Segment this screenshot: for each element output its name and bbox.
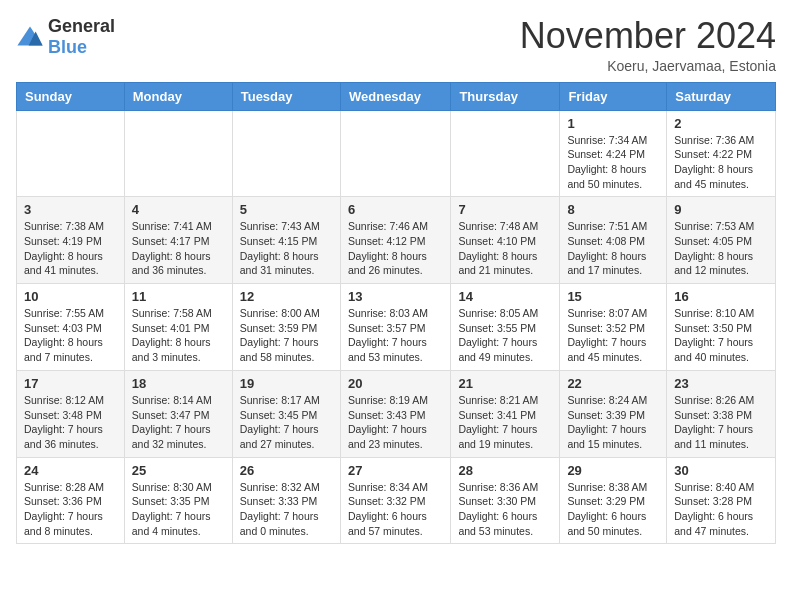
calendar-cell [340,110,450,197]
day-number: 19 [240,376,333,391]
weekday-header-monday: Monday [124,82,232,110]
day-info: Sunrise: 8:07 AMSunset: 3:52 PMDaylight:… [567,306,659,365]
day-info: Sunrise: 8:28 AMSunset: 3:36 PMDaylight:… [24,480,117,539]
day-info: Sunrise: 7:46 AMSunset: 4:12 PMDaylight:… [348,219,443,278]
day-info: Sunrise: 7:43 AMSunset: 4:15 PMDaylight:… [240,219,333,278]
logo: General Blue [16,16,115,58]
calendar-cell: 3Sunrise: 7:38 AMSunset: 4:19 PMDaylight… [17,197,125,284]
day-info: Sunrise: 8:12 AMSunset: 3:48 PMDaylight:… [24,393,117,452]
day-number: 2 [674,116,768,131]
day-info: Sunrise: 7:48 AMSunset: 4:10 PMDaylight:… [458,219,552,278]
calendar-cell: 14Sunrise: 8:05 AMSunset: 3:55 PMDayligh… [451,284,560,371]
calendar-table: SundayMondayTuesdayWednesdayThursdayFrid… [16,82,776,545]
day-number: 18 [132,376,225,391]
calendar-cell [232,110,340,197]
logo-general: General [48,16,115,36]
day-number: 13 [348,289,443,304]
day-number: 16 [674,289,768,304]
day-info: Sunrise: 8:14 AMSunset: 3:47 PMDaylight:… [132,393,225,452]
calendar-cell: 16Sunrise: 8:10 AMSunset: 3:50 PMDayligh… [667,284,776,371]
calendar-cell: 24Sunrise: 8:28 AMSunset: 3:36 PMDayligh… [17,457,125,544]
week-row-2: 3Sunrise: 7:38 AMSunset: 4:19 PMDaylight… [17,197,776,284]
day-info: Sunrise: 8:36 AMSunset: 3:30 PMDaylight:… [458,480,552,539]
day-info: Sunrise: 7:53 AMSunset: 4:05 PMDaylight:… [674,219,768,278]
location-subtitle: Koeru, Jaervamaa, Estonia [520,58,776,74]
day-info: Sunrise: 8:17 AMSunset: 3:45 PMDaylight:… [240,393,333,452]
calendar-cell: 26Sunrise: 8:32 AMSunset: 3:33 PMDayligh… [232,457,340,544]
day-info: Sunrise: 8:30 AMSunset: 3:35 PMDaylight:… [132,480,225,539]
day-number: 4 [132,202,225,217]
calendar-cell: 23Sunrise: 8:26 AMSunset: 3:38 PMDayligh… [667,370,776,457]
day-number: 6 [348,202,443,217]
week-row-5: 24Sunrise: 8:28 AMSunset: 3:36 PMDayligh… [17,457,776,544]
calendar-cell: 4Sunrise: 7:41 AMSunset: 4:17 PMDaylight… [124,197,232,284]
day-number: 7 [458,202,552,217]
day-number: 14 [458,289,552,304]
day-number: 11 [132,289,225,304]
calendar-cell: 12Sunrise: 8:00 AMSunset: 3:59 PMDayligh… [232,284,340,371]
day-info: Sunrise: 7:38 AMSunset: 4:19 PMDaylight:… [24,219,117,278]
week-row-3: 10Sunrise: 7:55 AMSunset: 4:03 PMDayligh… [17,284,776,371]
calendar-cell: 9Sunrise: 7:53 AMSunset: 4:05 PMDaylight… [667,197,776,284]
day-info: Sunrise: 7:36 AMSunset: 4:22 PMDaylight:… [674,133,768,192]
day-number: 10 [24,289,117,304]
day-info: Sunrise: 7:34 AMSunset: 4:24 PMDaylight:… [567,133,659,192]
calendar-cell: 1Sunrise: 7:34 AMSunset: 4:24 PMDaylight… [560,110,667,197]
week-row-4: 17Sunrise: 8:12 AMSunset: 3:48 PMDayligh… [17,370,776,457]
week-row-1: 1Sunrise: 7:34 AMSunset: 4:24 PMDaylight… [17,110,776,197]
day-number: 8 [567,202,659,217]
day-number: 22 [567,376,659,391]
day-number: 27 [348,463,443,478]
logo-blue: Blue [48,37,87,57]
day-number: 23 [674,376,768,391]
day-info: Sunrise: 8:32 AMSunset: 3:33 PMDaylight:… [240,480,333,539]
calendar-cell: 20Sunrise: 8:19 AMSunset: 3:43 PMDayligh… [340,370,450,457]
calendar-cell: 17Sunrise: 8:12 AMSunset: 3:48 PMDayligh… [17,370,125,457]
day-number: 3 [24,202,117,217]
day-number: 17 [24,376,117,391]
calendar-cell [17,110,125,197]
calendar-cell: 2Sunrise: 7:36 AMSunset: 4:22 PMDaylight… [667,110,776,197]
day-number: 28 [458,463,552,478]
day-info: Sunrise: 8:03 AMSunset: 3:57 PMDaylight:… [348,306,443,365]
day-number: 5 [240,202,333,217]
weekday-header-tuesday: Tuesday [232,82,340,110]
day-info: Sunrise: 8:40 AMSunset: 3:28 PMDaylight:… [674,480,768,539]
calendar-cell: 30Sunrise: 8:40 AMSunset: 3:28 PMDayligh… [667,457,776,544]
calendar-cell: 28Sunrise: 8:36 AMSunset: 3:30 PMDayligh… [451,457,560,544]
day-info: Sunrise: 8:26 AMSunset: 3:38 PMDaylight:… [674,393,768,452]
calendar-cell: 15Sunrise: 8:07 AMSunset: 3:52 PMDayligh… [560,284,667,371]
weekday-header-row: SundayMondayTuesdayWednesdayThursdayFrid… [17,82,776,110]
day-info: Sunrise: 7:58 AMSunset: 4:01 PMDaylight:… [132,306,225,365]
weekday-header-wednesday: Wednesday [340,82,450,110]
calendar-cell [124,110,232,197]
logo-icon [16,23,44,51]
calendar-cell: 21Sunrise: 8:21 AMSunset: 3:41 PMDayligh… [451,370,560,457]
day-info: Sunrise: 7:55 AMSunset: 4:03 PMDaylight:… [24,306,117,365]
day-number: 26 [240,463,333,478]
calendar-cell: 19Sunrise: 8:17 AMSunset: 3:45 PMDayligh… [232,370,340,457]
calendar-cell: 7Sunrise: 7:48 AMSunset: 4:10 PMDaylight… [451,197,560,284]
calendar-cell: 10Sunrise: 7:55 AMSunset: 4:03 PMDayligh… [17,284,125,371]
weekday-header-thursday: Thursday [451,82,560,110]
day-number: 1 [567,116,659,131]
page-header: General Blue November 2024 Koeru, Jaerva… [16,16,776,74]
day-info: Sunrise: 8:21 AMSunset: 3:41 PMDaylight:… [458,393,552,452]
day-number: 25 [132,463,225,478]
calendar-cell: 18Sunrise: 8:14 AMSunset: 3:47 PMDayligh… [124,370,232,457]
day-number: 30 [674,463,768,478]
day-info: Sunrise: 8:10 AMSunset: 3:50 PMDaylight:… [674,306,768,365]
weekday-header-saturday: Saturday [667,82,776,110]
day-info: Sunrise: 7:51 AMSunset: 4:08 PMDaylight:… [567,219,659,278]
weekday-header-sunday: Sunday [17,82,125,110]
day-info: Sunrise: 8:05 AMSunset: 3:55 PMDaylight:… [458,306,552,365]
weekday-header-friday: Friday [560,82,667,110]
calendar-body: 1Sunrise: 7:34 AMSunset: 4:24 PMDaylight… [17,110,776,544]
logo-text: General Blue [48,16,115,58]
title-section: November 2024 Koeru, Jaervamaa, Estonia [520,16,776,74]
calendar-cell: 27Sunrise: 8:34 AMSunset: 3:32 PMDayligh… [340,457,450,544]
day-number: 9 [674,202,768,217]
calendar-cell: 25Sunrise: 8:30 AMSunset: 3:35 PMDayligh… [124,457,232,544]
day-info: Sunrise: 8:34 AMSunset: 3:32 PMDaylight:… [348,480,443,539]
calendar-cell: 22Sunrise: 8:24 AMSunset: 3:39 PMDayligh… [560,370,667,457]
